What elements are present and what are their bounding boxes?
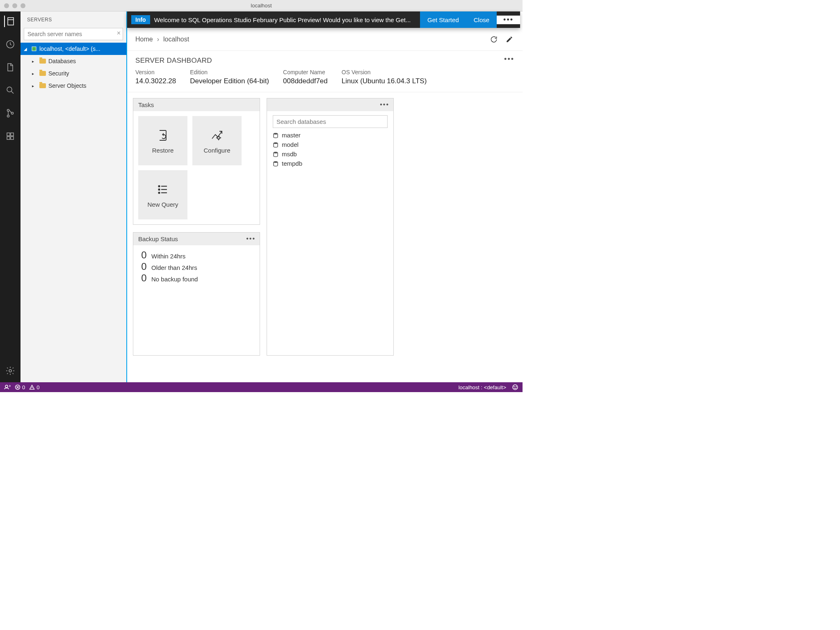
tree-item-label: Databases xyxy=(48,58,76,64)
titlebar: localhost xyxy=(0,0,523,11)
new-query-icon xyxy=(155,182,170,197)
editor-content: Info Welcome to SQL Operations Studio Fe… xyxy=(127,11,523,382)
breadcrumb: Home › localhost xyxy=(127,28,523,51)
info-banner: Info Welcome to SQL Operations Studio Fe… xyxy=(127,11,520,28)
edit-icon[interactable] xyxy=(504,34,514,44)
database-item[interactable]: model xyxy=(273,140,388,149)
database-icon xyxy=(273,132,278,138)
svg-point-3 xyxy=(7,87,12,92)
close-banner-button[interactable]: Close xyxy=(466,11,497,28)
dashboard-header: SERVER DASHBOARD ••• Version 14.0.3022.2… xyxy=(127,51,523,92)
svg-point-21 xyxy=(274,133,278,135)
server-tree: ◢ localhost, <default> (s... ▸ Databases… xyxy=(21,43,126,92)
prop-os-version: OS Version Linux (Ubuntu 16.04.3 LTS) xyxy=(342,69,427,85)
prop-version: Version 14.0.3022.28 xyxy=(135,69,176,85)
folder-icon xyxy=(39,71,46,76)
breadcrumb-home[interactable]: Home xyxy=(135,36,153,43)
svg-rect-11 xyxy=(11,133,14,136)
task-restore[interactable]: Restore xyxy=(138,116,187,165)
svg-point-14 xyxy=(217,137,220,139)
svg-point-6 xyxy=(7,115,9,117)
database-icon xyxy=(273,161,278,167)
tree-item-databases[interactable]: ▸ Databases xyxy=(21,55,126,67)
databases-widget: ••• master model xyxy=(267,98,394,356)
databases-header: ••• xyxy=(267,98,393,111)
svg-rect-10 xyxy=(11,137,14,139)
backup-row: 0 Older than 24hrs xyxy=(140,261,253,272)
explorer-activity-icon[interactable] xyxy=(5,62,16,73)
svg-point-23 xyxy=(274,152,278,153)
svg-point-20 xyxy=(159,192,160,193)
search-activity-icon[interactable] xyxy=(5,84,16,96)
svg-rect-13 xyxy=(32,47,36,51)
folder-icon xyxy=(39,83,46,88)
database-item[interactable]: msdb xyxy=(273,149,388,159)
svg-point-31 xyxy=(514,386,514,387)
sidebar-title: SERVERS xyxy=(21,11,126,28)
svg-rect-9 xyxy=(7,137,10,139)
backup-widget: Backup Status ••• 0 Within 24hrs 0 Older… xyxy=(133,232,260,356)
collapse-arrow-icon: ▸ xyxy=(32,84,37,88)
servers-sidebar: SERVERS × ◢ localhost, <default> (s... ▸… xyxy=(21,11,127,382)
svg-point-7 xyxy=(11,112,14,114)
svg-point-22 xyxy=(274,142,278,144)
svg-point-30 xyxy=(513,385,518,390)
activity-bar xyxy=(0,11,21,382)
collapse-arrow-icon: ▸ xyxy=(32,71,37,76)
folder-icon xyxy=(39,59,46,64)
get-started-button[interactable]: Get Started xyxy=(420,11,466,28)
svg-point-5 xyxy=(7,110,9,112)
backup-row: 0 Within 24hrs xyxy=(140,249,253,261)
svg-point-32 xyxy=(516,386,516,387)
configure-icon xyxy=(210,128,224,143)
history-activity-icon[interactable] xyxy=(5,39,16,50)
chevron-right-icon: › xyxy=(157,36,159,43)
tree-item-security[interactable]: ▸ Security xyxy=(21,67,126,80)
connection-status[interactable]: localhost : <default> xyxy=(459,384,506,390)
tree-item-label: Server Objects xyxy=(48,82,87,89)
backup-row: 0 No backup found xyxy=(140,272,253,284)
database-icon xyxy=(273,142,278,148)
server-node-localhost[interactable]: ◢ localhost, <default> (s... xyxy=(21,43,126,55)
breadcrumb-current: localhost xyxy=(163,36,189,43)
close-window-icon[interactable] xyxy=(4,3,9,8)
dashboard-more-icon[interactable]: ••• xyxy=(504,55,514,64)
window-controls[interactable] xyxy=(4,3,25,8)
servers-activity-icon[interactable] xyxy=(4,16,16,27)
status-bar: 0 0 localhost : <default> xyxy=(0,382,523,392)
feedback-smiley-icon[interactable] xyxy=(512,384,518,390)
extensions-activity-icon[interactable] xyxy=(5,130,16,142)
warnings-indicator[interactable]: 0 xyxy=(29,384,39,390)
server-search-input[interactable] xyxy=(24,28,123,40)
errors-indicator[interactable]: 0 xyxy=(15,384,25,390)
minimize-window-icon[interactable] xyxy=(12,3,17,8)
database-item[interactable]: master xyxy=(273,130,388,140)
dashboard-title: SERVER DASHBOARD xyxy=(135,57,514,65)
svg-rect-0 xyxy=(8,18,14,25)
svg-line-4 xyxy=(11,91,14,94)
tree-item-server-objects[interactable]: ▸ Server Objects xyxy=(21,80,126,92)
banner-more-icon[interactable]: ••• xyxy=(497,16,520,24)
svg-point-19 xyxy=(159,189,160,190)
databases-more-icon[interactable]: ••• xyxy=(380,101,389,108)
task-configure[interactable]: Configure xyxy=(192,116,242,165)
server-icon xyxy=(31,46,37,52)
source-control-activity-icon[interactable] xyxy=(5,107,16,119)
clear-search-icon[interactable]: × xyxy=(117,30,121,37)
svg-rect-8 xyxy=(7,133,10,136)
refresh-icon[interactable] xyxy=(489,34,499,44)
svg-point-12 xyxy=(9,370,11,372)
tasks-widget: Tasks Restore Configure xyxy=(133,98,260,225)
tree-item-label: Security xyxy=(48,70,69,77)
expand-arrow-icon: ◢ xyxy=(24,47,29,51)
backup-more-icon[interactable]: ••• xyxy=(246,235,256,242)
database-search-input[interactable] xyxy=(273,115,388,128)
task-new-query[interactable]: New Query xyxy=(138,170,187,219)
settings-gear-icon[interactable] xyxy=(5,365,16,377)
server-node-label: localhost, <default> (s... xyxy=(39,46,100,52)
prop-edition: Edition Developer Edition (64-bit) xyxy=(190,69,269,85)
banner-message: Welcome to SQL Operations Studio Februar… xyxy=(150,16,420,23)
remote-indicator-icon[interactable] xyxy=(4,384,11,390)
maximize-window-icon[interactable] xyxy=(21,3,25,8)
database-item[interactable]: tempdb xyxy=(273,159,388,168)
